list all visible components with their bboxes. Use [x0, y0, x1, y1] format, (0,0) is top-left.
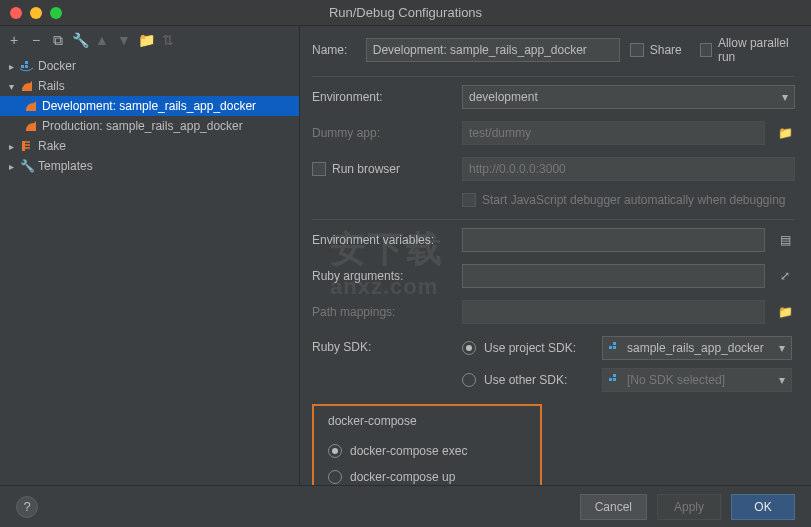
sidebar: + − ⧉ 🔧 ▲ ▼ 📁 ⇅ ▸ Docker ▾ Rails — [0, 26, 300, 485]
svg-rect-8 — [613, 378, 616, 381]
down-icon[interactable]: ▼ — [116, 32, 132, 48]
svg-rect-3 — [22, 141, 25, 151]
folder-icon[interactable]: 📁 — [138, 32, 154, 48]
ruby-args-label: Ruby arguments: — [312, 269, 452, 283]
tree-item-dev-config[interactable]: Development: sample_rails_app_docker — [0, 96, 299, 116]
svg-rect-1 — [25, 65, 28, 68]
tree-item-prod-config[interactable]: Production: sample_rails_app_docker — [0, 116, 299, 136]
rake-icon — [20, 139, 34, 153]
ruby-sdk-label: Ruby SDK: — [312, 340, 452, 354]
run-browser-checkbox[interactable]: Run browser — [312, 162, 452, 176]
svg-rect-2 — [25, 61, 28, 64]
name-input[interactable]: Development: sample_rails_app_docker — [366, 38, 620, 62]
window-title: Run/Debug Configurations — [329, 5, 482, 20]
name-label: Name: — [312, 43, 356, 57]
start-js-debugger-checkbox: Start JavaScript debugger automatically … — [462, 193, 795, 207]
sidebar-toolbar: + − ⧉ 🔧 ▲ ▼ 📁 ⇅ — [0, 26, 299, 54]
content-panel: Name: Development: sample_rails_app_dock… — [300, 26, 811, 485]
footer: ? Cancel Apply OK — [0, 485, 811, 527]
browse-icon[interactable]: 📁 — [775, 126, 795, 140]
other-sdk-select: [No SDK selected] — [602, 368, 792, 392]
list-icon[interactable]: ▤ — [775, 233, 795, 247]
window-controls — [10, 7, 62, 19]
svg-rect-5 — [613, 346, 616, 349]
tree-item-rails[interactable]: ▾ Rails — [0, 76, 299, 96]
expand-icon[interactable]: ⤢ — [775, 269, 795, 283]
environment-label: Environment: — [312, 90, 452, 104]
checkbox-icon — [630, 43, 644, 57]
docker-up-radio[interactable]: docker-compose up — [328, 464, 526, 485]
browser-url-input: http://0.0.0.0:3000 — [462, 157, 795, 181]
svg-rect-0 — [21, 65, 24, 68]
tree-item-templates[interactable]: ▸ 🔧 Templates — [0, 156, 299, 176]
config-tree: ▸ Docker ▾ Rails Development: sample_rai… — [0, 54, 299, 485]
use-project-sdk-radio[interactable]: Use project SDK: — [462, 341, 592, 355]
copy-icon[interactable]: ⧉ — [50, 32, 66, 48]
help-button[interactable]: ? — [16, 496, 38, 518]
docker-compose-icon — [609, 342, 621, 354]
svg-rect-4 — [609, 346, 612, 349]
checkbox-icon — [312, 162, 326, 176]
path-mappings-label: Path mappings: — [312, 305, 452, 319]
separator — [312, 76, 795, 77]
tree-item-rake[interactable]: ▸ Rake — [0, 136, 299, 156]
wrench-icon: 🔧 — [20, 159, 34, 173]
ruby-args-input[interactable] — [462, 264, 765, 288]
rails-icon — [20, 79, 34, 93]
close-window-icon[interactable] — [10, 7, 22, 19]
apply-button: Apply — [657, 494, 721, 520]
share-checkbox[interactable]: Share — [630, 43, 682, 57]
docker-exec-radio[interactable]: docker-compose exec — [328, 438, 526, 464]
chevron-right-icon: ▸ — [6, 161, 16, 172]
radio-icon — [462, 373, 476, 387]
env-vars-input[interactable] — [462, 228, 765, 252]
radio-icon — [328, 470, 342, 484]
chevron-right-icon: ▸ — [6, 61, 16, 72]
titlebar: Run/Debug Configurations — [0, 0, 811, 26]
rails-config-icon — [24, 119, 38, 133]
radio-icon — [462, 341, 476, 355]
cancel-button[interactable]: Cancel — [580, 494, 647, 520]
radio-icon — [328, 444, 342, 458]
docker-icon — [20, 59, 34, 73]
ok-button[interactable]: OK — [731, 494, 795, 520]
dummy-app-input: test/dummy — [462, 121, 765, 145]
chevron-right-icon: ▸ — [6, 141, 16, 152]
svg-rect-6 — [613, 342, 616, 345]
rails-config-icon — [24, 99, 38, 113]
minimize-window-icon[interactable] — [30, 7, 42, 19]
remove-icon[interactable]: − — [28, 32, 44, 48]
dummy-app-label: Dummy app: — [312, 126, 452, 140]
docker-compose-title: docker-compose — [328, 414, 526, 428]
use-other-sdk-radio[interactable]: Use other SDK: — [462, 373, 592, 387]
separator — [312, 219, 795, 220]
add-icon[interactable]: + — [6, 32, 22, 48]
parallel-checkbox[interactable]: Allow parallel run — [700, 36, 795, 64]
wrench-icon[interactable]: 🔧 — [72, 32, 88, 48]
browse-icon[interactable]: 📁 — [775, 305, 795, 319]
svg-rect-7 — [609, 378, 612, 381]
path-mappings-input — [462, 300, 765, 324]
checkbox-icon — [462, 193, 476, 207]
svg-rect-9 — [613, 374, 616, 377]
chevron-down-icon: ▾ — [6, 81, 16, 92]
maximize-window-icon[interactable] — [50, 7, 62, 19]
up-icon[interactable]: ▲ — [94, 32, 110, 48]
docker-compose-group: docker-compose docker-compose exec docke… — [312, 404, 542, 485]
project-sdk-select[interactable]: sample_rails_app_docker — [602, 336, 792, 360]
tree-item-docker[interactable]: ▸ Docker — [0, 56, 299, 76]
sort-icon[interactable]: ⇅ — [160, 32, 176, 48]
environment-select[interactable]: development — [462, 85, 795, 109]
checkbox-icon — [700, 43, 712, 57]
env-vars-label: Environment variables: — [312, 233, 452, 247]
docker-compose-icon — [609, 374, 621, 386]
